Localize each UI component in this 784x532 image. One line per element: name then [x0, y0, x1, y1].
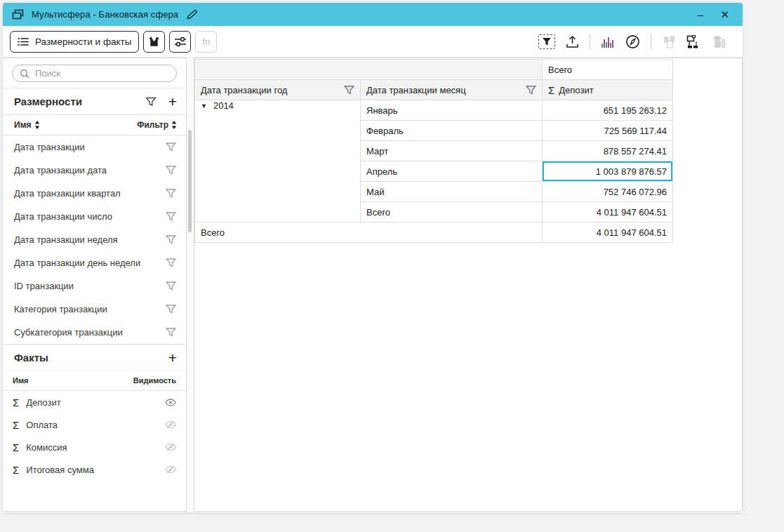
dimensions-filter-icon[interactable]: [145, 97, 157, 107]
fact-column-header[interactable]: Σ Депозит: [543, 80, 673, 100]
sidebar-scrollbar-thumb[interactable]: [188, 130, 192, 232]
add-fact-button[interactable]: +: [168, 350, 177, 365]
dimension-row[interactable]: Дата транзакции день недели: [3, 251, 186, 274]
toolbar-left-group: Размерности и факты fn: [10, 31, 217, 53]
fact-row[interactable]: Σ Итоговая сумма: [3, 458, 186, 481]
dimension-row[interactable]: Дата транзакции квартал: [3, 182, 186, 205]
year-column-header[interactable]: Дата транзакции год: [195, 80, 361, 100]
filter-funnel-icon: [542, 37, 552, 46]
dimension-row[interactable]: Субкатегория транзакции: [3, 321, 186, 344]
fn-label: fn: [202, 36, 210, 47]
fact-row[interactable]: Σ Комиссия: [3, 436, 186, 458]
fact-row[interactable]: Σ Депозит: [3, 391, 186, 413]
settings-button[interactable]: [169, 31, 191, 53]
facts-title: Факты: [14, 352, 48, 364]
visibility-off-icon[interactable]: [165, 443, 176, 451]
rename-pencil-icon[interactable]: [186, 10, 197, 20]
dimension-row[interactable]: ID транзакции: [3, 274, 186, 298]
sort-icon[interactable]: [171, 121, 177, 129]
pivot-column-total-cell[interactable]: Всего: [543, 60, 673, 80]
column-filter-icon[interactable]: [344, 86, 354, 95]
pivot-grand-total-row: Всего 4 011 947 604.51: [195, 222, 673, 243]
sigma-icon: Σ: [13, 441, 19, 453]
sigma-icon: Σ: [13, 464, 19, 476]
filter-area-button[interactable]: [538, 34, 555, 49]
navigate-button[interactable]: [625, 34, 640, 49]
month-cell[interactable]: Май: [361, 182, 543, 202]
structure-button[interactable]: [686, 35, 701, 48]
chart-button[interactable]: [601, 35, 615, 48]
row-filter-icon[interactable]: [166, 328, 176, 337]
year-label: 2014: [213, 100, 234, 111]
month-column-header[interactable]: Дата транзакции месяц: [361, 80, 543, 100]
toolbar-separator: [590, 34, 590, 49]
year-group-cell[interactable]: ▼ 2014: [195, 100, 361, 222]
month-cell[interactable]: Март: [361, 141, 543, 161]
month-cell[interactable]: Январь: [361, 100, 543, 121]
list-icon: [18, 37, 29, 46]
export-button[interactable]: [566, 35, 579, 48]
row-filter-icon[interactable]: [166, 281, 176, 291]
sigma-icon: Σ: [13, 419, 19, 431]
pivot-corner-cell: [195, 60, 543, 80]
dimensions-facts-button[interactable]: Размерности и факты: [10, 31, 139, 53]
dimension-label: ID транзакции: [14, 281, 74, 291]
dimension-row[interactable]: Дата транзакции число: [3, 205, 186, 228]
visibility-on-icon[interactable]: [165, 399, 176, 406]
search-icon: [20, 69, 29, 79]
search-input[interactable]: [35, 68, 169, 79]
dimension-label: Дата транзакции неделя: [14, 234, 118, 245]
formula-button: fn: [195, 31, 217, 53]
row-filter-icon[interactable]: [166, 189, 176, 198]
row-filter-icon[interactable]: [166, 235, 176, 244]
facts-visibility-header: Видимость: [133, 376, 176, 385]
grand-total-label-cell[interactable]: Всего: [195, 222, 543, 243]
row-filter-icon[interactable]: [166, 258, 176, 267]
collapse-triangle-icon[interactable]: ▼: [201, 102, 207, 109]
value-cell[interactable]: 752 746 072.96: [543, 182, 673, 202]
selected-value-cell[interactable]: 1 003 879 876.57: [543, 161, 673, 182]
toolbar-separator: [651, 34, 651, 49]
dimensions-filter-header[interactable]: Фильтр: [137, 120, 168, 130]
month-column-header-label: Дата транзакции месяц: [366, 85, 466, 95]
row-filter-icon[interactable]: [166, 305, 176, 314]
dimension-label: Дата транзакции число: [14, 211, 112, 222]
column-filter-icon[interactable]: [526, 86, 536, 95]
add-dimension-button[interactable]: +: [168, 94, 177, 109]
dimension-row[interactable]: Категория транзакции: [3, 298, 186, 321]
visibility-off-icon[interactable]: [165, 465, 176, 474]
row-filter-icon[interactable]: [166, 212, 176, 221]
dimension-label: Дата транзакции день недели: [14, 258, 140, 268]
pivot-table: Всего Дата транзакции год Да: [194, 59, 673, 243]
watch-sphere-button: [712, 35, 727, 48]
dimension-label: Дата транзакции: [14, 142, 85, 152]
sigma-icon: Σ: [548, 84, 554, 96]
window-title: Мультисфера - Банковская сфера: [32, 9, 178, 20]
fact-row[interactable]: Σ Оплата: [3, 413, 186, 436]
grand-total-value-cell[interactable]: 4 011 947 604.51: [543, 222, 673, 243]
month-subtotal-cell[interactable]: Всего: [361, 202, 543, 222]
column-width-button[interactable]: [143, 31, 165, 53]
dimension-row[interactable]: Дата транзакции неделя: [3, 228, 186, 251]
window-controls: – ✕: [698, 9, 733, 20]
close-button[interactable]: ✕: [720, 9, 729, 20]
value-cell[interactable]: 725 569 117.44: [543, 121, 673, 141]
fact-label: Итоговая сумма: [26, 465, 94, 475]
search-box[interactable]: [12, 65, 177, 82]
month-cell[interactable]: Февраль: [361, 121, 543, 141]
row-filter-icon[interactable]: [166, 166, 176, 175]
value-cell[interactable]: 4 011 947 604.51: [543, 202, 673, 222]
dimension-row[interactable]: Дата транзакции: [3, 135, 186, 159]
dimension-row[interactable]: Дата транзакции дата: [3, 159, 186, 182]
facts-name-header: Имя: [13, 376, 28, 385]
row-filter-icon[interactable]: [166, 142, 176, 152]
minimize-button[interactable]: –: [698, 9, 703, 20]
sort-icon[interactable]: [34, 121, 40, 129]
value-cell[interactable]: 878 557 274.41: [543, 141, 673, 161]
visibility-off-icon[interactable]: [165, 420, 176, 429]
value-cell[interactable]: 651 195 263.12: [543, 100, 673, 121]
dimensions-name-header[interactable]: Имя: [14, 120, 32, 130]
pivot-panel: Всего Дата транзакции год Да: [194, 58, 743, 512]
month-cell[interactable]: Апрель: [361, 161, 543, 182]
copy-sphere-button: [662, 35, 676, 48]
